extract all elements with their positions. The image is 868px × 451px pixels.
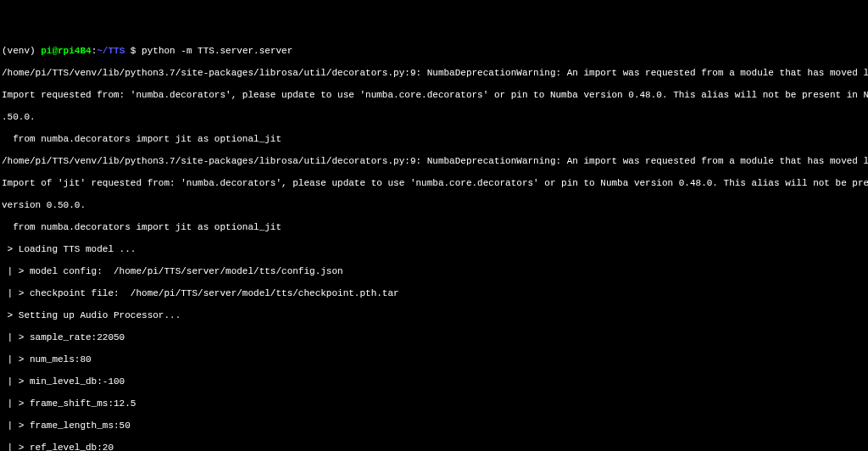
output-line: Import requested from: 'numba.decorators…	[2, 90, 866, 101]
output-line: /home/pi/TTS/venv/lib/python3.7/site-pac…	[2, 156, 866, 167]
output-line: | > model config: /home/pi/TTS/server/mo…	[2, 266, 866, 277]
command-text: python -m TTS.server.server	[142, 46, 292, 56]
prompt-venv: (venv)	[2, 46, 41, 56]
prompt-path: ~/TTS	[97, 46, 125, 56]
prompt-user: pi@rpi4B4	[41, 46, 91, 56]
output-line: | > frame_shift_ms:12.5	[2, 398, 866, 409]
output-line: .50.0.	[2, 112, 866, 123]
output-line: > Loading TTS model ...	[2, 244, 866, 255]
output-line: | > num_mels:80	[2, 354, 866, 365]
output-line: /home/pi/TTS/venv/lib/python3.7/site-pac…	[2, 68, 866, 79]
output-line: from numba.decorators import jit as opti…	[2, 134, 866, 145]
output-line: | > frame_length_ms:50	[2, 420, 866, 432]
terminal-output[interactable]: (venv) pi@rpi4B4:~/TTS $ python -m TTS.s…	[2, 46, 866, 451]
output-line: | > min_level_db:-100	[2, 376, 866, 387]
output-line: version 0.50.0.	[2, 200, 866, 211]
output-line: | > checkpoint file: /home/pi/TTS/server…	[2, 288, 866, 299]
prompt-line: (venv) pi@rpi4B4:~/TTS $ python -m TTS.s…	[2, 46, 866, 57]
prompt-dollar: $	[125, 46, 142, 56]
output-line: > Setting up Audio Processor...	[2, 310, 866, 321]
output-line: Import of 'jit' requested from: 'numba.d…	[2, 178, 866, 189]
output-line: | > sample_rate:22050	[2, 332, 866, 343]
output-line: from numba.decorators import jit as opti…	[2, 222, 866, 233]
output-line: | > ref_level_db:20	[2, 443, 866, 451]
